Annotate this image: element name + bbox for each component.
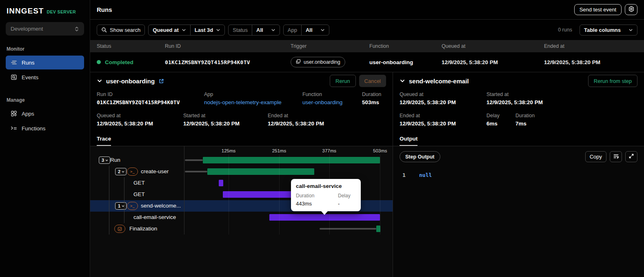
trace-row-label: call-email-service [133, 214, 176, 220]
sidebar-item-events[interactable]: Events [6, 70, 84, 84]
tooltip-title: call-email-service [296, 183, 356, 189]
trace-row-run[interactable]: 3Run [90, 154, 393, 166]
sidebar-item-label: Functions [22, 125, 46, 132]
column-header: Ended at [544, 43, 637, 49]
step-meta-row-2: Ended at 12/9/2025, 5:38:20 PM Delay 6ms… [393, 111, 644, 132]
table-row[interactable]: Completed 01KC1ZMSBNY9ZQT415RP94K0TV use… [90, 52, 644, 72]
functions-icon [10, 125, 17, 132]
nav-section-label: Monitor [0, 44, 90, 55]
table-header: StatusRun IDTriggerFunctionQueued atEnde… [90, 40, 644, 52]
queue-time-line [185, 159, 203, 161]
output-panel: Step Output Copy [393, 146, 644, 277]
runs-icon [10, 59, 17, 66]
run-details: user-onboarding Rerun Cancel Run ID 01KC… [90, 72, 644, 277]
wrap-text-button[interactable] [610, 151, 622, 162]
step-duration-meta: Duration 7ms [515, 113, 535, 127]
app-link[interactable]: nodejs-open-telemetry-example [204, 99, 282, 105]
child-count-badge[interactable]: 2 [115, 168, 127, 175]
copy-button[interactable]: Copy [585, 151, 606, 162]
trace-row-label: create-user [141, 168, 169, 174]
external-link-icon[interactable] [158, 78, 164, 84]
function-link[interactable]: user-onboarding [302, 99, 342, 105]
environment-select[interactable]: Development [6, 22, 84, 36]
time-range-select[interactable]: Last 3d [190, 25, 225, 35]
rerun-button[interactable]: Rerun [330, 75, 355, 87]
send-test-event-button[interactable]: Send test event [574, 4, 622, 15]
sidebar-item-runs[interactable]: Runs [6, 56, 84, 69]
sidebar-item-label: Runs [22, 60, 35, 66]
inngest-logo: INNGEST [7, 7, 44, 16]
rerun-from-step-button[interactable]: Rerun from step [588, 75, 637, 87]
trigger-badge[interactable]: user.onboarding [291, 57, 345, 67]
span-bar[interactable] [269, 214, 380, 221]
page-title: Runs [97, 6, 112, 13]
time-filter: Queued at Last 3d [148, 25, 225, 36]
run-tab-bar: Trace [90, 132, 393, 146]
table-columns-label: Table columns [584, 27, 621, 33]
span-bar[interactable] [207, 168, 314, 175]
tooltip-arrow [321, 211, 328, 215]
status-filter[interactable]: Status All [228, 25, 280, 36]
chevron-down-icon [122, 169, 124, 174]
sidebar-nav: MonitorRunsEventsManageAppsFunctions [0, 44, 90, 135]
trace-row-create-user[interactable]: 2>_create-user [90, 166, 393, 177]
step-meta-row-1: Queued at 12/9/2025, 5:38:20 PM Started … [393, 89, 644, 111]
chevron-down-icon [105, 158, 108, 163]
trace-row-label: GET [133, 180, 145, 186]
run-meta-row-2: Queued at 12/9/2025, 5:38:20 PM Started … [90, 111, 393, 132]
status-badge: Completed [105, 59, 133, 65]
sidebar-item-functions[interactable]: Functions [6, 121, 84, 135]
queued-meta: Queued at 12/9/2025, 5:38:20 PM [97, 113, 153, 127]
column-header: Trigger [291, 43, 369, 49]
run-status-cell: Completed [97, 59, 165, 65]
column-header: Run ID [165, 43, 291, 49]
span-bar[interactable] [203, 157, 380, 163]
step-output-pill: Step Output [400, 151, 440, 162]
trace-row-call-email-service[interactable]: call-email-service [90, 212, 393, 223]
span-bar[interactable] [219, 180, 223, 186]
trace-row-label: GET [133, 191, 145, 197]
expand-button[interactable] [625, 151, 637, 162]
trace-row-finalization[interactable]: Finalization [90, 223, 393, 235]
sidebar-item-label: Apps [22, 111, 34, 117]
environment-select-value: Development [11, 26, 43, 32]
cancel-button[interactable]: Cancel [359, 75, 386, 87]
span-bar[interactable] [223, 191, 296, 198]
queue-time-line [185, 171, 207, 172]
step-panel: send-welcome-email Rerun from step Queue… [393, 72, 644, 277]
settings-button[interactable] [625, 4, 637, 15]
axis-tick-label: 125ms [222, 148, 236, 153]
show-search-button[interactable]: Show search [97, 25, 145, 36]
axis-tick-label: 503ms [373, 148, 387, 153]
tab-output[interactable]: Output [400, 136, 417, 146]
tab-trace[interactable]: Trace [97, 136, 111, 146]
status-filter-value: All [256, 27, 263, 33]
collapse-chevron-icon[interactable] [400, 78, 405, 84]
trace-chart: 3Run2>_create-userGETGET1>_send-welcome.… [90, 146, 393, 277]
child-count-badge[interactable]: 3 [99, 156, 110, 164]
wrap-text-icon [613, 153, 619, 161]
run-id-meta: Run ID 01KC1ZMSBNY9ZQT415RP94K0TV [97, 92, 180, 105]
trace-row-label: Run [110, 157, 120, 163]
line-number: 1 [400, 172, 409, 178]
time-field-select[interactable]: Queued at [149, 25, 190, 35]
page-header: Runs Send test event [90, 0, 644, 20]
app-filter[interactable]: App All [283, 25, 329, 36]
chevron-down-icon [216, 28, 220, 32]
started-meta: Started at 12/9/2025, 5:38:20 PM [183, 113, 240, 127]
time-field-value: Queued at [153, 27, 179, 33]
collapse-chevron-icon[interactable] [97, 78, 102, 84]
search-icon [101, 27, 107, 33]
child-count-badge[interactable]: 1 [115, 202, 127, 210]
trace-row-label: Finalization [129, 226, 157, 232]
dev-server-badge: DEV SERVER [47, 9, 76, 14]
sidebar-item-apps[interactable]: Apps [6, 107, 84, 121]
logo-row: INNGEST DEV SERVER [0, 6, 90, 22]
queued-at-cell: 12/9/2025, 5:38:20 PM [442, 59, 544, 65]
step-ended-meta: Ended at 12/9/2025, 5:38:20 PM [400, 113, 456, 127]
chevron-down-icon [182, 28, 186, 32]
ended-at-cell: 12/9/2025, 5:38:20 PM [544, 59, 637, 65]
duration-meta: Duration 503ms [362, 92, 381, 105]
table-columns-button[interactable]: Table columns [580, 25, 637, 36]
app-meta: App nodejs-open-telemetry-example [204, 92, 282, 105]
